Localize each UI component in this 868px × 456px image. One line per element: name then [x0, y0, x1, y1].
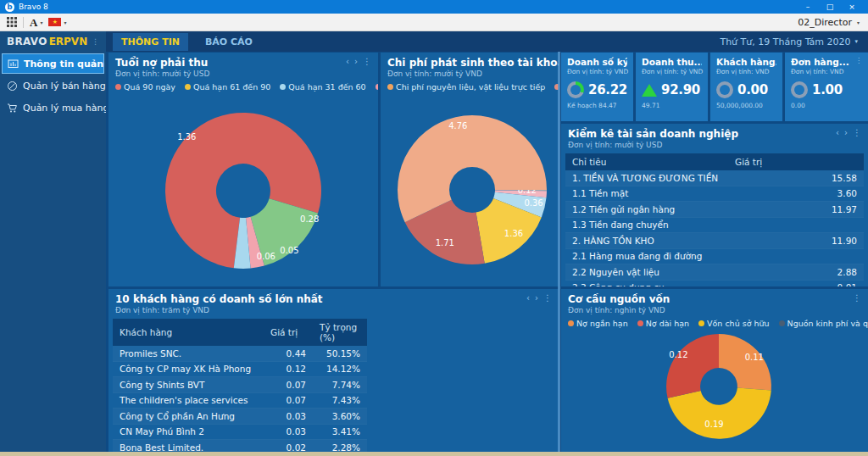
table-row[interactable]: Công ty Shints BVT0.077.74% — [113, 377, 367, 393]
panel-menu-icon[interactable]: ⋮ — [853, 128, 861, 138]
table-row[interactable]: 1.1 Tiền mặt3.60 — [565, 186, 864, 202]
legend-item[interactable]: Quá hạn 1 đến 30 — [376, 82, 378, 92]
maximize-icon[interactable]: □ — [819, 0, 841, 14]
column-header[interactable]: Giá trị — [264, 319, 313, 346]
table-row[interactable]: The children's place services0.077.43% — [113, 392, 367, 409]
sidebar-item-quan-ly-ban-hang[interactable]: Quản lý bán hàng — [2, 75, 104, 96]
donut-label: 1.36 — [177, 132, 196, 142]
donut-label: 0.19 — [704, 420, 723, 429]
panel-header: Cơ cấu nguồn vốn ⋮ — [561, 289, 868, 305]
table-cell: 0.03 — [264, 409, 313, 425]
table-cell: The children's place services — [113, 392, 264, 409]
table-row[interactable]: 2.3 Công cụ dụng cụ0.01 — [565, 280, 864, 286]
prev-page-icon[interactable]: ‹ — [346, 57, 349, 67]
table-row[interactable]: 2.2 Nguyên vật liệu2.88 — [565, 264, 864, 281]
sidebar-menu-icon[interactable]: ⋮ — [92, 37, 99, 46]
panel-menu-icon[interactable]: ⋮ — [363, 57, 371, 67]
close-icon[interactable]: × — [841, 0, 863, 14]
kpi-menu-icon[interactable]: ⋮ — [853, 57, 862, 64]
kpi-unit: Đơn vị tính: VND — [716, 68, 776, 75]
table-row[interactable]: CN May Phú Bình 20.033.41% — [113, 424, 367, 440]
table-row[interactable]: 1. TIỀN VÀ TƯƠNG ĐƯƠNG TIỀN15.58 — [565, 170, 864, 186]
column-header[interactable]: Chỉ tiêu — [565, 153, 728, 170]
donut-slice[interactable] — [668, 388, 771, 439]
column-header[interactable]: Tỷ trọng (%) — [313, 319, 367, 346]
sidebar-item-quan-ly-mua-hang[interactable]: Quản lý mua hàng — [2, 97, 104, 118]
table-cell: 2.88 — [728, 264, 864, 281]
kpi-main: 0.00 — [716, 81, 776, 98]
table-cell: 0.07 — [264, 392, 313, 409]
table-cell: 0.12 — [264, 361, 313, 377]
table-row[interactable]: Bona Best Limited.0.022.28% — [113, 440, 367, 453]
ring-icon — [791, 81, 808, 98]
kpi-card-doanh-thu[interactable]: Doanh thu... ⋮ Đơn vị tính: tỷ VND 92.90… — [636, 53, 708, 121]
titlebar: b Bravo 8 – □ × — [0, 0, 868, 14]
table-row[interactable]: Công ty CP may XK Hà Phong0.1214.12% — [113, 361, 367, 377]
table-row[interactable]: 2. HÀNG TỒN KHO11.90 — [565, 233, 864, 249]
progress-ring-icon — [567, 81, 584, 98]
table-cell: 1.1 Tiền mặt — [565, 186, 728, 202]
kpi-card-doanh-so-ky[interactable]: Doanh số ký ⋮ Đơn vị tính: tỷ VND 26.22 … — [561, 53, 633, 121]
apps-grid-icon[interactable] — [7, 17, 17, 27]
panel-controls: ‹ › ⋮ — [346, 57, 371, 67]
toolbar: A ▾ ★ ▾ 02_Director ▾ — [0, 14, 868, 31]
legend-item[interactable]: Quá hạn 61 đến 90 — [185, 82, 270, 92]
panel-asset-inventory: Kiểm kê tài sản doanh nghiệp ‹ › ⋮ Đơn v… — [561, 124, 868, 286]
kpi-card-don-hang[interactable]: Đơn hàng... ⋮ Đơn vị tính: VND 1.00 0.00 — [785, 53, 868, 121]
table-cell: Công ty CP may XK Hà Phong — [113, 361, 264, 377]
column-header[interactable]: Giá trị — [728, 153, 864, 170]
table-cell: 1.3 Tiền đang chuyển — [565, 217, 728, 233]
column-header[interactable]: Khách hàng — [113, 319, 264, 346]
vietnam-flag-icon: ★ — [48, 18, 61, 26]
panel-controls: ⋮ — [853, 293, 861, 303]
next-page-icon[interactable]: › — [844, 128, 848, 138]
legend-item[interactable]: Quá 90 ngày — [115, 82, 175, 92]
donut-label: 0.05 — [280, 246, 298, 255]
table-cell: 0.07 — [264, 377, 313, 393]
legend-label: Chi phí nguyên liệu, vật liệu trực tiếp — [396, 82, 545, 92]
panel-unit: Đơn vị tính: mười tỷ VND — [381, 69, 559, 78]
next-page-icon[interactable]: › — [354, 57, 358, 67]
prev-page-icon[interactable]: ‹ — [836, 128, 839, 138]
panel-menu-icon[interactable]: ⋮ — [543, 293, 552, 303]
kpi-subvalue: 0.00 — [791, 102, 862, 109]
table-cell: Công ty Cổ phần An Hưng — [113, 409, 264, 425]
legend-item[interactable]: Quá hạn 31 đến 60 — [280, 82, 365, 92]
kpi-unit: Đơn vị tính: VND — [791, 68, 862, 75]
table-row[interactable]: 2.1 Hàng mua đang đi đường — [565, 248, 864, 264]
content-scrollbar[interactable] — [558, 52, 560, 452]
brand-erpvn: ERPVN — [49, 36, 88, 47]
sidebar-item-label: Quản lý mua hàng — [23, 103, 109, 114]
donut-slice[interactable] — [666, 334, 719, 398]
table-row[interactable]: 1.2 Tiền gửi ngân hàng11.97 — [565, 202, 864, 218]
tab-bao-cao[interactable]: BÁO CÁO — [197, 33, 261, 51]
panel-top-customers: 10 khách hàng có doanh số lớn nhất ‹ › ⋮… — [108, 289, 559, 452]
table-cell: Bona Best Limited. — [113, 440, 264, 453]
panel-menu-icon[interactable]: ⋮ — [853, 293, 861, 303]
minimize-icon[interactable]: – — [797, 0, 819, 14]
donut-slice[interactable] — [719, 334, 771, 391]
customers-table: Khách hàngGiá trịTỷ trọng (%)Promiles SN… — [113, 319, 367, 452]
kpi-unit: Đơn vị tính: tỷ VND — [567, 68, 627, 75]
sidebar-item-thong-tin-quan-tri[interactable]: Thông tin quản trị — [2, 53, 104, 74]
font-button[interactable]: A ▾ — [30, 17, 42, 28]
legend-item[interactable]: Chi phí nguyên liệu, vật liệu trực tiếp — [387, 82, 545, 92]
panel-title: 10 khách hàng có doanh số lớn nhất — [115, 293, 323, 305]
table-row[interactable]: 1.3 Tiền đang chuyển — [565, 217, 864, 233]
next-page-icon[interactable]: › — [535, 293, 538, 303]
date-selector[interactable]: Thứ Tư, 19 Tháng Tám 2020 ▾ — [720, 36, 861, 47]
language-button[interactable]: ★ ▾ — [48, 18, 66, 26]
table-row[interactable]: Công ty Cổ phần An Hưng0.033.60% — [113, 409, 367, 425]
expenses-legend: Chi phí nguyên liệu, vật liệu trực tiếpC… — [381, 78, 559, 92]
kpi-subvalue: 50,000,000.00 — [716, 102, 776, 109]
window-controls: – □ × — [797, 0, 863, 14]
kpi-card-khach-hang[interactable]: Khách hàng... ⋮ Đơn vị tính: VND 0.00 50… — [710, 53, 782, 121]
table-cell: 0.02 — [264, 440, 313, 453]
prev-page-icon[interactable]: ‹ — [526, 293, 530, 303]
tab-thong-tin[interactable]: THÔNG TIN — [113, 33, 188, 51]
kpi-title-row: Khách hàng... ⋮ — [716, 57, 776, 67]
table-row[interactable]: Promiles SNC.0.4450.15% — [113, 346, 367, 361]
donut-label: 0.28 — [300, 214, 319, 224]
user-dropdown[interactable]: 02_Director ▾ — [798, 17, 861, 28]
panel-capital-structure: Cơ cấu nguồn vốn ⋮ Đơn vị tính: nghìn tỷ… — [561, 289, 868, 452]
